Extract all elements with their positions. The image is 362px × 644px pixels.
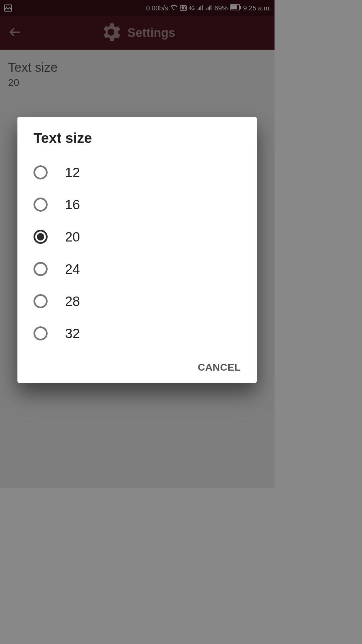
radio-option-28[interactable]: 28: [17, 285, 257, 317]
radio-icon: [34, 165, 48, 179]
radio-label: 16: [65, 197, 80, 212]
dialog-title: Text size: [17, 130, 257, 146]
radio-option-24[interactable]: 24: [17, 253, 257, 285]
radio-icon: [34, 198, 48, 212]
radio-option-20[interactable]: 20: [17, 221, 257, 253]
radio-label: 20: [65, 229, 80, 245]
radio-icon: [34, 230, 48, 244]
cancel-button[interactable]: CANCEL: [198, 362, 241, 373]
radio-label: 24: [65, 262, 80, 277]
radio-option-16[interactable]: 16: [17, 189, 257, 221]
radio-icon: [34, 262, 48, 276]
radio-icon: [34, 326, 48, 340]
radio-option-12[interactable]: 12: [17, 156, 257, 189]
radio-group: 121620242832: [17, 156, 257, 350]
text-size-dialog: Text size 121620242832 CANCEL: [17, 117, 257, 383]
radio-label: 12: [65, 165, 80, 180]
radio-option-32[interactable]: 32: [17, 317, 257, 350]
radio-icon: [34, 294, 48, 308]
dialog-actions: CANCEL: [17, 356, 257, 373]
radio-label: 32: [65, 326, 80, 341]
radio-label: 28: [65, 294, 80, 309]
